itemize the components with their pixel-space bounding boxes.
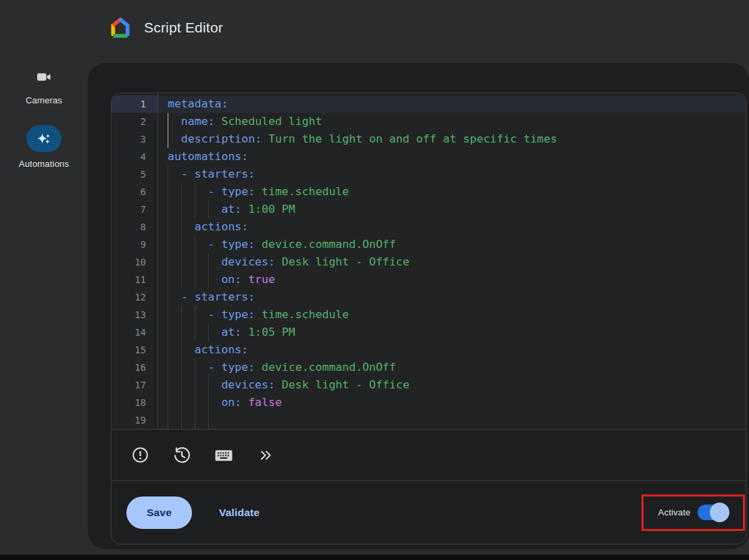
sidebar-item-cameras[interactable]: Cameras [25,63,63,105]
code-token: time.schedule [255,308,349,321]
code-token: devices: [221,378,274,391]
code-token: device.command.OnOff [255,238,396,251]
line-number: 13 [112,306,158,324]
code-token: automations: [168,150,248,163]
indent-guide [195,411,208,429]
indent-guide [195,201,208,218]
line-number: 9 [112,236,158,253]
activate-toggle[interactable] [698,505,728,520]
code-token: at: [221,203,241,215]
editor-card: 12345678910111213141516171819 metadata:n… [88,63,749,549]
code-token: device.command.OnOff [255,361,396,374]
code-token: description: [181,132,262,145]
code-line[interactable]: automations: [158,148,746,166]
sidebar-item-automations[interactable]: Automations [19,125,69,169]
keyboard-shortcuts-button[interactable] [209,440,239,470]
sidebar: Cameras Automations [0,63,88,169]
indent-guide [168,306,181,324]
code-line[interactable]: metadata: [158,95,746,113]
line-number: 6 [112,183,158,201]
code-token: time.schedule [255,185,349,198]
bottom-strip [0,555,749,560]
line-number: 7 [112,201,158,218]
indent-guide [208,411,222,429]
indent-guide [181,271,195,288]
line-number: 19 [112,411,158,429]
line-number: 3 [112,130,158,148]
indent-guide [181,183,195,201]
double-chevron-icon [258,447,274,463]
code-line[interactable]: - starters: [158,288,746,306]
indent-guide [168,166,181,183]
activate-label: Activate [658,507,691,517]
code-content[interactable]: metadata:name: Scheduled lightdescriptio… [158,93,746,429]
code-line[interactable]: devices: Desk light - Office [158,376,746,394]
code-line[interactable]: description: Turn the light on and off a… [158,130,746,148]
sparkle-icon [26,125,62,152]
code-token: - starters: [181,290,255,303]
indent-guide [195,306,208,324]
indent-guide [181,324,195,341]
history-button[interactable] [167,440,197,470]
indent-guide [168,341,181,359]
code-line[interactable]: - starters: [158,166,746,183]
code-line[interactable]: actions: [158,341,746,359]
keyboard-icon [214,445,234,465]
code-line[interactable]: - type: device.command.OnOff [158,236,746,253]
alert-circle-icon [131,446,149,464]
line-number: 8 [112,218,158,236]
indent-guide [208,271,222,288]
indent-guide [168,394,181,411]
code-line[interactable] [158,411,746,429]
indent-guide [181,236,195,253]
code-token: actions: [195,220,248,233]
line-number-gutter: 12345678910111213141516171819 [112,93,158,429]
indent-guide [168,218,181,236]
history-icon [172,446,191,465]
indent-guide [195,359,208,376]
indent-guide [168,359,181,376]
code-token: at: [221,326,241,338]
code-line[interactable]: name: Scheduled light [158,113,746,130]
indent-guide [168,183,181,201]
indent-guide [168,376,181,394]
line-number: 17 [112,376,158,394]
page-title: Script Editor [144,20,223,36]
app-header: Script Editor [0,0,749,63]
code-line[interactable]: on: false [158,394,746,411]
indent-guide [181,218,195,236]
code-token: on: [221,396,241,409]
code-line[interactable]: devices: Desk light - Office [158,253,746,271]
sidebar-item-label: Automations [19,159,69,169]
code-line[interactable]: at: 1:05 PM [158,324,746,341]
indent-guide [181,359,195,376]
code-token: actions: [195,343,248,356]
line-number: 12 [112,288,158,306]
code-line[interactable]: - type: device.command.OnOff [158,359,746,376]
code-line[interactable]: - type: time.schedule [158,183,746,201]
code-line[interactable]: at: 1:00 PM [158,201,746,218]
camera-icon [25,69,63,85]
activate-highlight-box: Activate [642,494,745,531]
code-token: Desk light - Office [275,378,410,391]
save-button[interactable]: Save [126,497,192,529]
more-tools-button[interactable] [251,440,281,470]
code-editor[interactable]: 12345678910111213141516171819 metadata:n… [112,93,746,429]
indent-guide [168,324,181,341]
code-token: name: [181,115,215,128]
indent-guide [168,253,181,271]
validate-button[interactable]: Validate [219,507,260,519]
indent-guide [168,411,181,429]
line-number: 5 [112,166,158,183]
code-token: 1:00 PM [241,203,295,215]
line-number: 4 [112,148,158,166]
code-token: - type: [208,185,256,198]
problems-button[interactable] [125,440,155,470]
code-line[interactable]: actions: [158,218,746,236]
code-line[interactable]: - type: time.schedule [158,306,746,324]
indent-guide [181,253,195,271]
indent-guide [168,288,181,306]
indent-guide [168,201,181,218]
code-line[interactable]: on: true [158,271,746,288]
code-token: metadata: [168,97,228,110]
